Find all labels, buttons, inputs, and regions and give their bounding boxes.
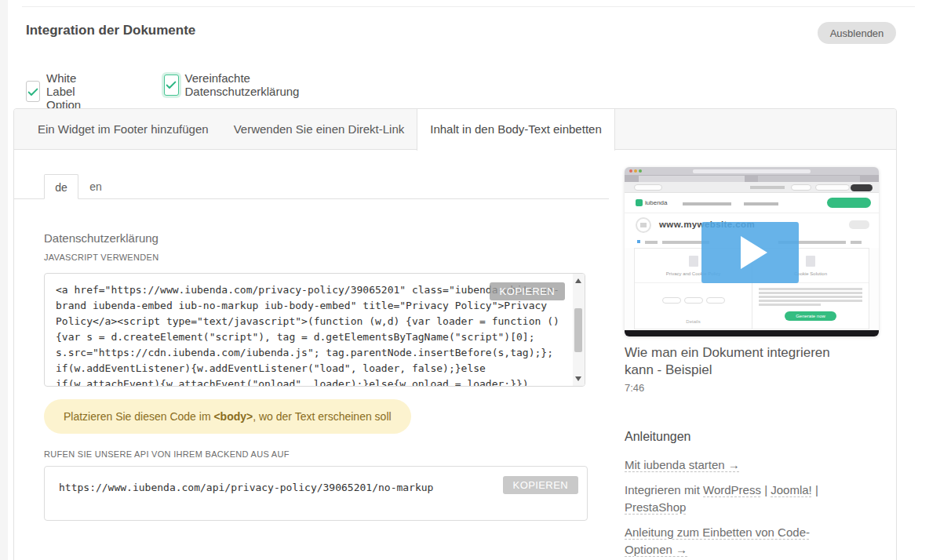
video-duration: 7:46 bbox=[625, 382, 644, 394]
play-overlay[interactable] bbox=[701, 222, 799, 283]
meta-text-bar bbox=[645, 241, 658, 244]
page-title: Integration der Dokumente bbox=[26, 23, 195, 38]
scrollbar[interactable] bbox=[573, 274, 585, 386]
integration-tabs: Ein Widget im Footer hinzufügen Verwende… bbox=[14, 109, 896, 150]
traffic-light-green-icon bbox=[639, 169, 642, 173]
javascript-method-label: JAVASCRIPT VERWENDEN bbox=[44, 253, 158, 262]
scroll-up-icon[interactable] bbox=[575, 278, 581, 283]
integration-panel: Ein Widget im Footer hinzufügen Verwende… bbox=[13, 108, 897, 560]
guide-row: Integrieren mit WordPress | Joomla! | Pr… bbox=[625, 482, 852, 516]
traffic-light-yellow-icon bbox=[634, 169, 637, 173]
cookie-icon bbox=[806, 256, 815, 267]
white-label-option-label: White Label Option bbox=[46, 71, 88, 111]
notice-text-prefix: Platzieren Sie diesen Code im bbox=[64, 410, 213, 423]
copy-api-button[interactable]: KOPIEREN bbox=[503, 476, 578, 494]
checkmark-icon bbox=[165, 78, 177, 91]
placement-notice: Platzieren Sie diesen Code im <body>, wo… bbox=[44, 399, 411, 434]
meta-text-bar bbox=[851, 241, 862, 244]
guide-link-wordpress[interactable]: WordPress bbox=[703, 483, 761, 496]
generate-now-button: Generate now bbox=[785, 311, 836, 321]
simplified-privacy-option-label: Vereinfachte Datenschutzerklärung bbox=[185, 71, 306, 98]
api-url-text: https://www.iubenda.com/api/privacy-poli… bbox=[59, 482, 433, 493]
embed-code-box[interactable]: <a href="https://www.iubenda.com/privacy… bbox=[44, 273, 585, 387]
card-paragraph-bars bbox=[759, 288, 862, 307]
nav-text-bar bbox=[683, 202, 731, 205]
browser-titlebar bbox=[625, 167, 879, 175]
notice-body-tag: <body> bbox=[213, 410, 253, 423]
notice-text-suffix: , wo der Text erscheinen soll bbox=[253, 410, 391, 423]
language-tabs: de en bbox=[44, 174, 113, 199]
white-label-checkbox[interactable] bbox=[26, 81, 40, 102]
browser-tab bbox=[758, 176, 860, 182]
meta-dot-icon bbox=[637, 240, 640, 243]
hide-button[interactable]: Ausblenden bbox=[818, 22, 896, 44]
embed-code-text: <a href="https://www.iubenda.com/privacy… bbox=[56, 282, 560, 387]
tab-widget-footer[interactable]: Ein Widget im Footer hinzufügen bbox=[25, 109, 221, 149]
page-left-edge bbox=[0, 0, 8, 560]
guide-link-prestashop[interactable]: PrestaShop bbox=[625, 500, 686, 514]
site-toolbar bbox=[625, 182, 879, 193]
checkmark-icon bbox=[27, 85, 39, 98]
thumb-site-header: iubenda bbox=[625, 193, 879, 213]
scroll-down-icon[interactable] bbox=[575, 376, 581, 381]
guide-separator: | bbox=[812, 483, 818, 496]
guides-links: Mit iubenda starten → Integrieren mit Wo… bbox=[625, 456, 852, 560]
browser-url-pill bbox=[693, 169, 811, 173]
monitor-icon bbox=[636, 217, 651, 233]
toolbar-pill bbox=[815, 184, 850, 191]
play-icon bbox=[741, 236, 767, 269]
guide-row: Mit iubenda starten → bbox=[625, 456, 852, 474]
toolbar-pill bbox=[791, 184, 811, 191]
logout-pill bbox=[851, 184, 873, 191]
start-generating-button bbox=[827, 198, 871, 208]
browser-tab bbox=[639, 176, 745, 182]
lang-tab-en[interactable]: en bbox=[78, 174, 113, 199]
tab-body-embed[interactable]: Inhalt in den Body-Text einbetten bbox=[417, 109, 614, 151]
iubenda-logo-icon bbox=[636, 199, 643, 206]
traffic-light-red-icon bbox=[629, 169, 632, 173]
iubenda-brand-text: iubenda bbox=[645, 199, 667, 206]
section-divider bbox=[22, 6, 915, 7]
scrollbar-thumb[interactable] bbox=[574, 308, 582, 352]
browser-tabbar bbox=[625, 175, 879, 182]
simplified-privacy-checkbox[interactable] bbox=[164, 75, 179, 96]
guide-row: Anleitung zum Einbetten von Code-Optione… bbox=[625, 524, 825, 558]
guides-heading: Anleitungen bbox=[625, 430, 691, 444]
document-type-label: Datenschutzerklärung bbox=[44, 231, 158, 245]
toolbar-text-bar bbox=[750, 186, 785, 189]
toolbar-pill bbox=[634, 184, 662, 191]
guide-link-start[interactable]: Mit iubenda starten → bbox=[625, 458, 740, 471]
api-url-box[interactable]: https://www.iubenda.com/api/privacy-poli… bbox=[44, 466, 588, 521]
copy-code-button[interactable]: KOPIEREN bbox=[490, 282, 565, 300]
tab-direct-link[interactable]: Verwenden Sie einen Direkt-Link bbox=[221, 109, 417, 149]
video-thumbnail[interactable]: iubenda www.mywebsite.com Privacy and Co… bbox=[625, 167, 879, 336]
card-action-pills bbox=[635, 293, 752, 307]
document-icon bbox=[689, 256, 698, 267]
guide-separator: | bbox=[761, 483, 771, 496]
api-section-label: RUFEN SIE UNSERE API VON IHREM BACKEND A… bbox=[44, 449, 290, 459]
video-title: Wie man ein Dokument integrieren kann - … bbox=[625, 344, 854, 379]
guide-link-embed-options[interactable]: Anleitung zum Einbetten von Code-Optione… bbox=[625, 525, 810, 556]
guide-link-joomla[interactable]: Joomla! bbox=[771, 483, 812, 496]
simplified-privacy-option: Vereinfachte Datenschutzerklärung bbox=[164, 71, 306, 98]
white-label-option: White Label Option bbox=[26, 71, 88, 111]
lang-tab-de[interactable]: de bbox=[44, 174, 78, 199]
thumb-bottom-bar bbox=[625, 330, 879, 336]
edit-pill bbox=[849, 220, 869, 229]
card-details-label: Details bbox=[635, 319, 752, 324]
guide-integrate-prefix: Integrieren mit bbox=[625, 483, 703, 496]
nav-text-bar bbox=[744, 202, 778, 205]
